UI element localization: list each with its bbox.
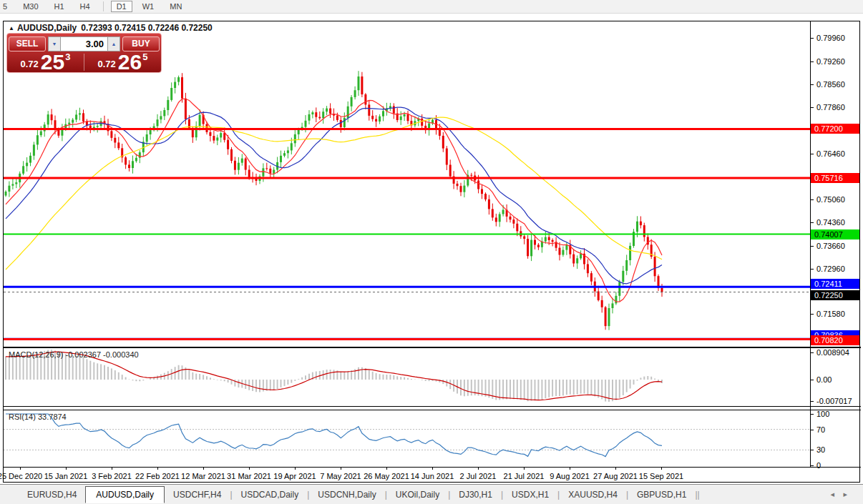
axis-tick-label: 0.75060 xyxy=(816,195,845,204)
candle-body xyxy=(530,240,532,257)
candle-body xyxy=(605,307,607,326)
buy-price-display[interactable]: 0.72 26 5 xyxy=(84,52,161,72)
pane-separator[interactable] xyxy=(4,347,861,348)
candle-body xyxy=(8,186,10,192)
candle-body xyxy=(336,116,338,120)
candle-body xyxy=(209,132,211,136)
tab-ukoil-daily[interactable]: UKOil,Daily xyxy=(387,487,448,503)
time-tick-mark xyxy=(341,467,341,470)
candle-body xyxy=(608,308,610,326)
tab-scroll-right-icon[interactable]: ▸ xyxy=(843,490,847,499)
candle-body xyxy=(177,77,180,82)
axis-tick-mark xyxy=(810,380,814,380)
axis-tick-label: 100 xyxy=(816,410,829,418)
tab-scroll-left-icon[interactable]: ◂ xyxy=(830,490,834,499)
axis-tick-label: 0.79960 xyxy=(816,34,845,42)
one-click-trading-panel: SELL ▼ ▲ BUY 0.72 25 3 0.72 26 5 xyxy=(6,33,162,73)
tab-usdcad-daily[interactable]: USDCAD,Daily xyxy=(233,487,308,503)
timeframe-button-h1[interactable]: H1 xyxy=(49,1,70,12)
candle-body xyxy=(442,136,444,149)
axis-tick-label: 30 xyxy=(816,445,825,454)
candle-body xyxy=(329,109,331,114)
candle-body xyxy=(110,131,112,137)
candle-body xyxy=(534,240,536,245)
axis-tick-label: 70 xyxy=(816,425,825,434)
axis-tick-mark xyxy=(810,107,814,108)
tab-usdcnh-daily[interactable]: USDCNH,Daily xyxy=(309,487,384,503)
volume-decrease-button[interactable]: ▼ xyxy=(48,36,61,51)
candle-body xyxy=(499,214,501,222)
time-tick-mark xyxy=(570,467,570,470)
buy-price-big: 26 xyxy=(118,53,142,71)
tab-eurusd-h4[interactable]: EURUSD,H4 xyxy=(19,487,85,503)
candle-body xyxy=(318,117,321,119)
ma-slow-line xyxy=(6,117,662,270)
timeframe-button-w1[interactable]: W1 xyxy=(137,1,160,12)
price-level-badge-0.72411: 0.72411 xyxy=(811,279,859,289)
candle-body xyxy=(75,114,77,119)
candle-body xyxy=(287,150,289,153)
candle-body xyxy=(537,244,540,247)
rsi-name: RSI(14) xyxy=(9,412,36,421)
tab-usdx-h1[interactable]: USDX,H1 xyxy=(503,487,557,503)
sell-price-prefix: 0.72 xyxy=(21,59,39,69)
candle-body xyxy=(125,157,127,164)
tab-dj30-h1[interactable]: DJ30,H1 xyxy=(450,487,501,503)
candle-body xyxy=(636,222,638,232)
candle-body xyxy=(280,156,282,162)
axis-tick-label: 0.72960 xyxy=(816,265,845,273)
candle-body xyxy=(157,119,159,126)
candle-body xyxy=(79,113,81,114)
candle-body xyxy=(298,129,300,134)
candle-body xyxy=(230,149,233,161)
toolbar-divider xyxy=(103,1,104,11)
axis-tick-label: 0.00 xyxy=(816,375,832,384)
pane-separator[interactable] xyxy=(4,410,861,410)
rsi-pane[interactable] xyxy=(4,411,810,467)
timeframe-button-mn[interactable]: MN xyxy=(164,1,187,12)
candle-body xyxy=(625,260,628,271)
candle-body xyxy=(368,104,370,116)
candle-body xyxy=(643,225,645,237)
pane-separator[interactable] xyxy=(4,406,861,407)
candle-body xyxy=(358,76,360,90)
tab-xauusd-h4[interactable]: XAUUSD,H4 xyxy=(560,487,626,503)
candle-body xyxy=(379,117,381,122)
candle-body xyxy=(661,288,663,292)
timeframe-button-m30[interactable]: M30 xyxy=(17,1,44,12)
price-level-badge-0.75716: 0.75716 xyxy=(811,173,859,183)
buy-button[interactable]: BUY xyxy=(122,36,160,51)
candle-body xyxy=(213,136,215,141)
candle-body xyxy=(150,130,152,134)
candle-body xyxy=(135,158,137,162)
axis-tick-mark xyxy=(810,401,814,402)
volume-increase-button[interactable]: ▲ xyxy=(107,36,120,51)
candle-body xyxy=(502,210,504,214)
candle-body xyxy=(97,126,99,127)
timeframe-button-5[interactable]: 5 xyxy=(0,1,13,12)
volume-input[interactable] xyxy=(61,36,107,51)
candle-body xyxy=(615,296,617,304)
rsi-label: RSI(14) 33.7874 xyxy=(9,412,67,421)
tab-audusd-daily[interactable]: AUDUSD,Daily xyxy=(85,486,165,503)
candle-body xyxy=(470,175,472,176)
tab-usdchf-h4[interactable]: USDCHF,H4 xyxy=(165,487,230,503)
axis-tick-mark xyxy=(810,222,814,223)
candle-body xyxy=(477,181,479,189)
candle-body xyxy=(449,165,452,177)
axis-tick-mark xyxy=(810,246,814,247)
timeframe-button-h4[interactable]: H4 xyxy=(74,1,96,12)
candle-body xyxy=(305,121,307,127)
candle-body xyxy=(545,237,547,242)
collapse-icon[interactable]: ▲ xyxy=(9,25,14,31)
timeframe-button-d1[interactable]: D1 xyxy=(111,1,132,12)
sell-price-display[interactable]: 0.72 25 3 xyxy=(7,52,84,72)
candle-body xyxy=(234,161,236,170)
sell-price-big: 25 xyxy=(41,53,64,71)
chart-window[interactable]: ▲AUDUSD,Daily0.72393 0.72415 0.72246 0.7… xyxy=(3,21,860,483)
buy-price-prefix: 0.72 xyxy=(98,59,116,69)
candle-body xyxy=(612,303,614,308)
sell-price-pip: 3 xyxy=(65,51,70,62)
tab-gbpusd-h1[interactable]: GBPUSD,H1 xyxy=(628,487,695,503)
sell-button[interactable]: SELL xyxy=(9,36,46,51)
